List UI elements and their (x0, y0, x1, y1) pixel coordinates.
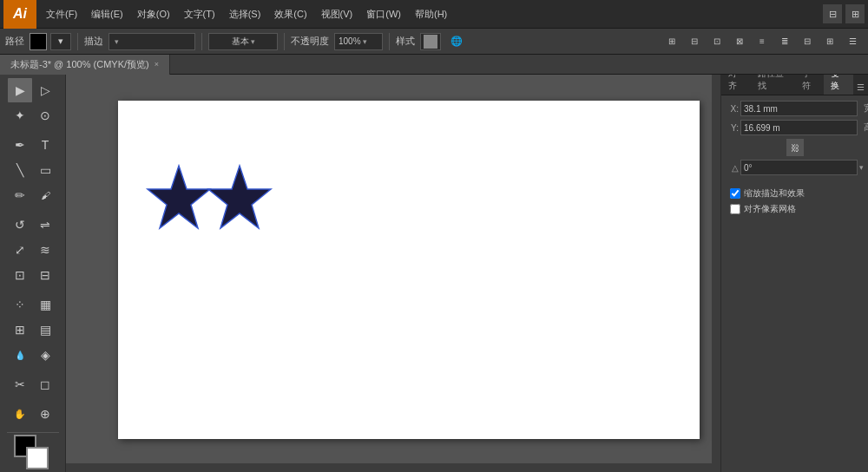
toolbar: 路径 ▾ 描边 ▾ 基本 ▾ 不透明度 100% ▾ 样式 🌐 ⊞ ⊟ ⊡ ⊠ … (0, 29, 868, 55)
hand-tool[interactable]: ✋ (8, 402, 32, 426)
rotate-tool[interactable]: ↺ (8, 213, 32, 237)
align-pixel-grid-checkbox[interactable] (730, 204, 740, 214)
rp-tab-pathfinder[interactable]: 路径查找 (751, 75, 795, 95)
perspective-tool[interactable]: ⊟ (33, 263, 57, 287)
direct-selection-tool[interactable]: ▷ (33, 78, 57, 102)
workspace-icon[interactable]: ⊞ (845, 4, 865, 23)
sep1 (77, 33, 78, 50)
menu-window[interactable]: 窗口(W) (360, 5, 407, 23)
stroke-style-value: 基本 (232, 36, 249, 48)
stroke-style-selector[interactable]: 基本 ▾ (208, 33, 278, 50)
color-swatches-area: ╱ ◉ ▤ (2, 427, 63, 472)
rp-tab-transform[interactable]: 变换 (824, 75, 853, 95)
tb-icon-6[interactable]: ≣ (774, 31, 795, 52)
tb-icon-8[interactable]: ⊞ (819, 31, 840, 52)
star-1[interactable] (148, 166, 210, 228)
vertical-scrollbar[interactable] (712, 75, 720, 463)
tp-w-group: 宽: (861, 101, 868, 116)
menu-edit[interactable]: 编辑(E) (85, 5, 129, 23)
canvas-area[interactable] (66, 75, 720, 472)
rp-tab-character[interactable]: 字符 (795, 75, 825, 95)
angle-dropdown[interactable]: ▾ (859, 163, 864, 172)
tp-row-yh: Y: 高: (725, 120, 865, 135)
tab-close-button[interactable]: × (155, 60, 159, 69)
scale-tool[interactable]: ⤢ (8, 238, 32, 262)
menu-file[interactable]: 文件(F) (40, 5, 83, 23)
pen-tool[interactable]: ✒ (8, 133, 32, 157)
web-icon[interactable]: 🌐 (448, 33, 465, 50)
mesh-tool[interactable]: ⊞ (8, 318, 32, 342)
tool-row-9: ⁘ ▦ (2, 292, 63, 317)
background-swatch[interactable] (26, 447, 49, 469)
cb-row-2: 对齐像素网格 (725, 201, 865, 217)
tb-icon-3[interactable]: ⊡ (707, 31, 727, 52)
opacity-input[interactable]: 100% ▾ (334, 33, 383, 50)
cb-row-1: 缩放描边和效果 (725, 186, 865, 201)
rp-tab-align[interactable]: 对齐 (721, 75, 751, 95)
symbol-spray-tool[interactable]: ⁘ (8, 292, 32, 317)
eyedrop-tool[interactable]: 💧 (8, 343, 32, 367)
tp-x-group: X: (725, 101, 858, 116)
gradient-tool[interactable]: ▤ (33, 318, 57, 342)
menu-items: 文件(F) 编辑(E) 对象(O) 文字(T) 选择(S) 效果(C) 视图(V… (40, 5, 819, 23)
magic-wand-tool[interactable]: ✦ (8, 103, 32, 128)
tb-icon-4[interactable]: ⊠ (729, 31, 750, 52)
fill-arrow[interactable]: ▾ (50, 33, 71, 50)
tp-angle-input[interactable] (740, 160, 858, 175)
warp-tool[interactable]: ≋ (33, 238, 57, 262)
scale-stroke-checkbox[interactable] (730, 188, 740, 199)
style-swatch[interactable] (420, 33, 441, 50)
stroke-input[interactable]: ▾ (108, 33, 195, 50)
fill-color-swatch[interactable] (30, 33, 47, 50)
horizontal-scrollbar[interactable] (66, 463, 720, 472)
menu-type[interactable]: 文字(T) (178, 5, 221, 23)
tb-icon-9[interactable]: ☰ (842, 31, 863, 52)
menu-bar: Ai 文件(F) 编辑(E) 对象(O) 文字(T) 选择(S) 效果(C) 视… (0, 0, 868, 29)
tp-h-label: 高: (861, 121, 868, 134)
menu-effect[interactable]: 效果(C) (268, 5, 312, 23)
line-tool[interactable]: ╲ (8, 158, 32, 182)
column-graph-tool[interactable]: ▦ (33, 292, 57, 317)
pencil-tool[interactable]: ✏ (8, 183, 32, 207)
selection-tool[interactable]: ▶ (8, 78, 32, 102)
sep2 (201, 33, 202, 50)
transform-panel: X: 宽: Y: 高: (721, 95, 868, 222)
menu-object[interactable]: 对象(O) (131, 5, 176, 23)
eraser-tool[interactable]: ◻ (33, 372, 57, 397)
tp-x-input[interactable] (740, 101, 858, 116)
tool-row-12: ✂ ◻ (2, 372, 63, 397)
arrange-icon[interactable]: ⊟ (823, 4, 842, 23)
tb-icon-1[interactable]: ⊞ (661, 31, 682, 52)
link-proportions-button[interactable]: ⛓ (786, 139, 804, 156)
stars-svg (144, 161, 318, 248)
tb-icon-7[interactable]: ⊟ (797, 31, 818, 52)
free-transform-tool[interactable]: ⊡ (8, 263, 32, 287)
tp-w-label: 宽: (861, 102, 868, 115)
menu-help[interactable]: 帮助(H) (409, 5, 453, 23)
tp-y-input[interactable] (740, 120, 858, 135)
menu-select[interactable]: 选择(S) (223, 5, 267, 23)
swatch-container (14, 435, 52, 472)
lasso-tool[interactable]: ⊙ (33, 103, 57, 128)
paintbrush-tool[interactable]: 🖌 (33, 183, 57, 207)
path-label: 路径 (5, 35, 24, 48)
panel-menu-icon[interactable]: ☰ (853, 80, 868, 95)
tb-icon-5[interactable]: ≡ (752, 31, 773, 52)
type-tool[interactable]: T (33, 133, 57, 157)
align-pixel-grid-label: 对齐像素网格 (744, 203, 796, 215)
menu-view[interactable]: 视图(V) (315, 5, 359, 23)
sep3 (284, 33, 285, 50)
star-2[interactable] (208, 166, 271, 228)
zoom-tool[interactable]: ⊕ (33, 402, 57, 426)
style-label: 样式 (396, 35, 415, 48)
tb-icon-2[interactable]: ⊟ (684, 31, 705, 52)
tool-panel: ▶ ▷ ✦ ⊙ ✒ T ╲ ▭ ✏ 🖌 ↺ ⇌ ⤢ ≋ ⊡ (0, 75, 66, 472)
mirror-tool[interactable]: ⇌ (33, 213, 57, 237)
scissors-tool[interactable]: ✂ (8, 372, 32, 397)
tp-y-label: Y: (725, 123, 739, 133)
tp-row-angle-shear: △ ▾ ◇ ▾ (725, 160, 865, 175)
tool-row-1: ▶ ▷ (2, 78, 63, 102)
shape-tool[interactable]: ▭ (33, 158, 57, 182)
document-tab[interactable]: 未标题-3* @ 100% (CMYK/预览) × (0, 55, 170, 75)
blend-tool[interactable]: ◈ (33, 343, 57, 367)
